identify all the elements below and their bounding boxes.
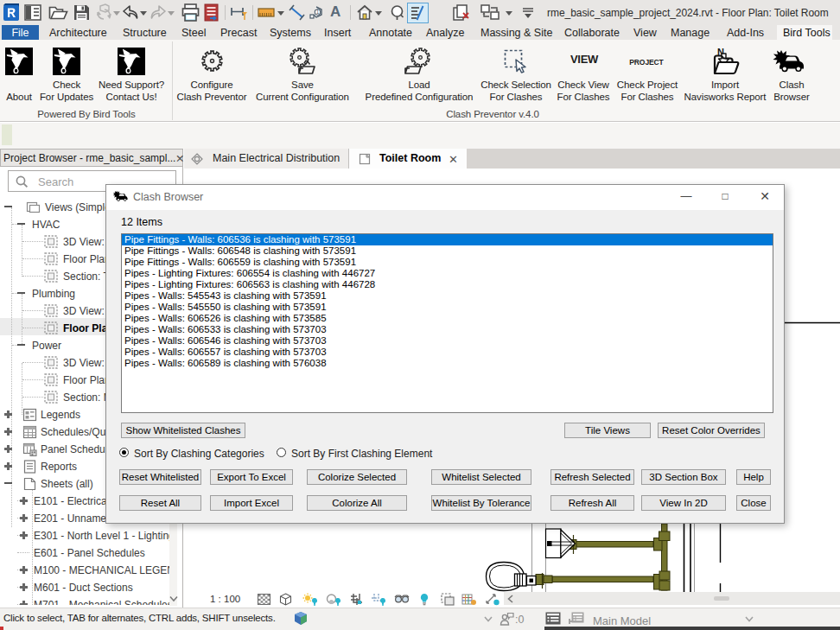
svg-text:1: 1 <box>316 9 320 15</box>
